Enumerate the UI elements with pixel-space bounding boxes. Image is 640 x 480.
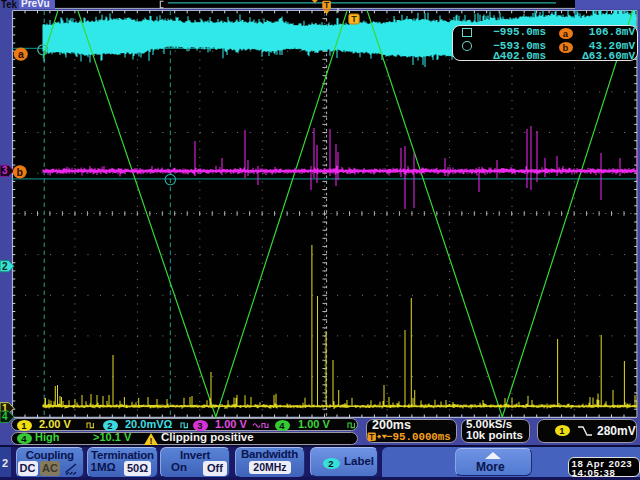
svg-text:T: T xyxy=(351,14,357,24)
svg-text:b: b xyxy=(17,166,23,178)
svg-text:a: a xyxy=(18,48,24,60)
svg-text:3: 3 xyxy=(2,165,8,176)
svg-text:2: 2 xyxy=(2,261,8,272)
svg-text:T: T xyxy=(369,432,375,442)
svg-text:4: 4 xyxy=(2,411,8,422)
svg-text:!: ! xyxy=(150,435,153,445)
svg-text:T: T xyxy=(324,0,330,10)
